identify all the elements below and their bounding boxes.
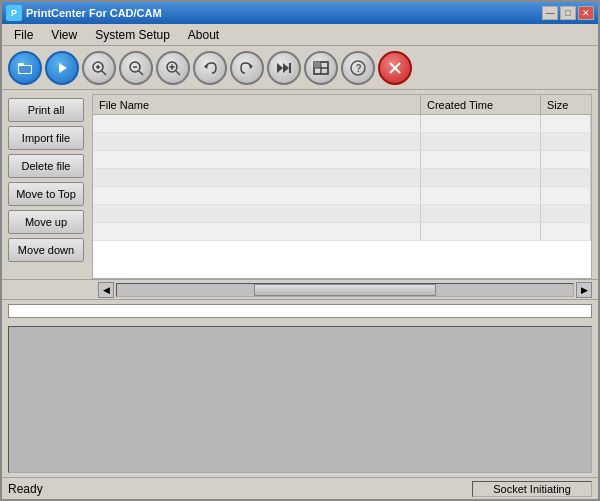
table-row[interactable] <box>93 115 591 133</box>
table-header: File Name Created Time Size <box>93 95 591 115</box>
stop-button[interactable] <box>378 51 412 85</box>
minimize-button[interactable]: — <box>542 6 558 20</box>
cell-created <box>421 187 541 204</box>
svg-rect-3 <box>18 65 32 66</box>
svg-point-16 <box>171 65 174 68</box>
print-all-button[interactable]: Print all <box>8 98 84 122</box>
menu-file[interactable]: File <box>6 26 41 44</box>
menu-view[interactable]: View <box>43 26 85 44</box>
title-bar-controls: — □ ✕ <box>542 6 594 20</box>
col-filename-header: File Name <box>93 95 421 114</box>
col-size-header: Size <box>541 95 591 114</box>
title-bar: P PrintCenter For CAD/CAM — □ ✕ <box>2 2 598 24</box>
menu-about[interactable]: About <box>180 26 227 44</box>
svg-text:?: ? <box>356 63 362 74</box>
cell-size <box>541 133 591 150</box>
scroll-thumb[interactable] <box>254 284 436 296</box>
svg-marker-17 <box>204 64 208 69</box>
main-content: Print all Import file Delete file Move t… <box>2 90 598 477</box>
cell-size <box>541 115 591 132</box>
cell-created <box>421 223 541 240</box>
scroll-left-button[interactable]: ◀ <box>98 282 114 298</box>
svg-marker-20 <box>283 63 289 73</box>
table-row[interactable] <box>93 205 591 223</box>
app-icon: P <box>6 5 22 21</box>
move-up-button[interactable]: Move up <box>8 210 84 234</box>
restore-button[interactable]: □ <box>560 6 576 20</box>
status-right: Socket Initiating <box>472 481 592 497</box>
table-body <box>93 115 591 278</box>
cell-size <box>541 169 591 186</box>
svg-rect-23 <box>314 62 321 68</box>
cell-created <box>421 133 541 150</box>
col-created-header: Created Time <box>421 95 541 114</box>
svg-rect-25 <box>314 68 321 74</box>
svg-marker-4 <box>59 63 67 73</box>
skip-button[interactable] <box>267 51 301 85</box>
menu-bar: File View System Setup About <box>2 24 598 46</box>
preview-area <box>8 326 592 473</box>
table-panel: Print all Import file Delete file Move t… <box>2 90 598 280</box>
svg-line-10 <box>139 71 143 75</box>
cell-created <box>421 169 541 186</box>
redo-button[interactable] <box>230 51 264 85</box>
window-title: PrintCenter For CAD/CAM <box>26 7 162 19</box>
cell-created <box>421 115 541 132</box>
file-table: File Name Created Time Size <box>92 94 592 279</box>
zoom-out-button[interactable] <box>119 51 153 85</box>
table-row[interactable] <box>93 169 591 187</box>
progress-bar <box>8 304 592 318</box>
table-row[interactable] <box>93 133 591 151</box>
move-to-top-button[interactable]: Move to Top <box>8 182 84 206</box>
cell-size <box>541 223 591 240</box>
svg-rect-21 <box>289 63 291 73</box>
layout-button[interactable] <box>304 51 338 85</box>
cell-filename <box>93 205 421 222</box>
svg-rect-26 <box>321 68 328 74</box>
progress-row <box>2 300 598 322</box>
zoom-fit-button[interactable] <box>156 51 190 85</box>
cell-size <box>541 151 591 168</box>
svg-marker-19 <box>277 63 283 73</box>
undo-button[interactable] <box>193 51 227 85</box>
help-button[interactable]: ? <box>341 51 375 85</box>
status-left: Ready <box>8 482 43 496</box>
zoom-in-button[interactable] <box>82 51 116 85</box>
delete-file-button[interactable]: Delete file <box>8 154 84 178</box>
cell-created <box>421 205 541 222</box>
svg-line-6 <box>102 71 106 75</box>
toolbar: ? <box>2 46 598 90</box>
move-down-button[interactable]: Move down <box>8 238 84 262</box>
left-buttons: Print all Import file Delete file Move t… <box>2 90 92 279</box>
cell-size <box>541 187 591 204</box>
svg-marker-18 <box>249 64 253 69</box>
cell-filename <box>93 115 421 132</box>
title-bar-left: P PrintCenter For CAD/CAM <box>6 5 162 21</box>
table-row[interactable] <box>93 151 591 169</box>
horizontal-scrollbar[interactable]: ◀ ▶ <box>2 280 598 300</box>
open-button[interactable] <box>8 51 42 85</box>
cell-filename <box>93 223 421 240</box>
cell-filename <box>93 187 421 204</box>
status-bar: Ready Socket Initiating <box>2 477 598 499</box>
import-file-button[interactable]: Import file <box>8 126 84 150</box>
svg-rect-2 <box>19 66 31 73</box>
svg-rect-24 <box>321 62 328 68</box>
menu-system-setup[interactable]: System Setup <box>87 26 178 44</box>
cell-filename <box>93 169 421 186</box>
table-row[interactable] <box>93 223 591 241</box>
cell-created <box>421 151 541 168</box>
main-window: P PrintCenter For CAD/CAM — □ ✕ File Vie… <box>0 0 600 501</box>
cell-filename <box>93 133 421 150</box>
scroll-track[interactable] <box>116 283 574 297</box>
play-button[interactable] <box>45 51 79 85</box>
cell-size <box>541 205 591 222</box>
table-row[interactable] <box>93 187 591 205</box>
close-window-button[interactable]: ✕ <box>578 6 594 20</box>
scroll-right-button[interactable]: ▶ <box>576 282 592 298</box>
cell-filename <box>93 151 421 168</box>
svg-line-13 <box>176 71 180 75</box>
